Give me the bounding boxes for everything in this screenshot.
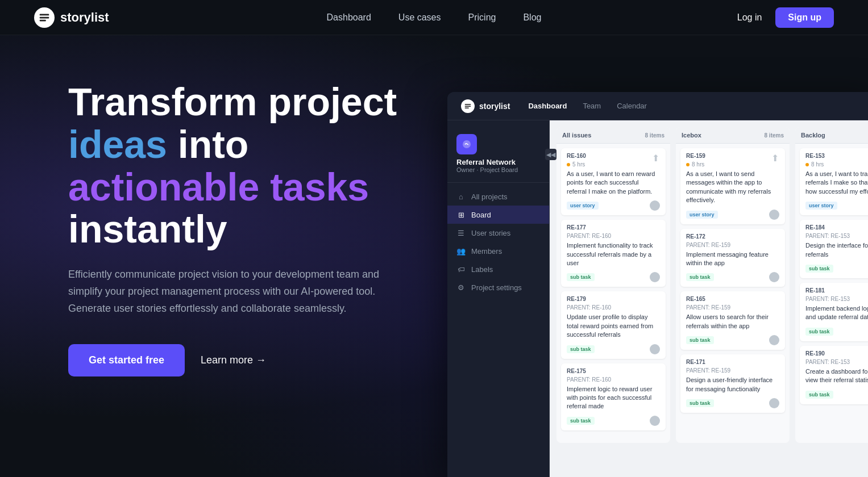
table-row: RE-190 PARENT: RE-153 Create a dashboard… (800, 346, 868, 404)
learn-more-button[interactable]: Learn more → (201, 354, 266, 366)
svg-rect-5 (465, 107, 469, 108)
app-sidebar: Referral Network Owner · Project Board ◀… (447, 120, 550, 477)
sidebar-collapse-button[interactable]: ◀◀ (545, 149, 556, 160)
avatar (769, 210, 779, 220)
tag-icon: 🏷 (456, 265, 466, 274)
login-button[interactable]: Log in (737, 12, 762, 23)
hero-title-into: into (178, 123, 249, 166)
sidebar-item-members[interactable]: 👥 Members (447, 242, 549, 260)
col-count-all-issues: 8 items (645, 132, 665, 139)
table-row: RE-175 PARENT: RE-160 Implement logic to… (561, 363, 666, 430)
app-nav-calendar[interactable]: Calendar (617, 102, 647, 110)
export-icon[interactable]: ⬆ (652, 153, 660, 161)
kanban-col-all-issues: All issues 8 items RE-160 ⬆ 5 hrs As a u… (556, 127, 670, 443)
project-type: Owner · Project Board (456, 166, 540, 173)
logo-icon (34, 7, 55, 28)
avatar (769, 398, 779, 408)
sidebar-item-project-settings[interactable]: ⚙ Project settings (447, 278, 549, 296)
table-row: RE-184 PARENT: RE-153 Design the interfa… (800, 220, 868, 278)
table-row: RE-179 PARENT: RE-160 Update user profil… (561, 291, 666, 358)
members-icon: 👥 (456, 246, 466, 256)
hero-actions: Get started free Learn more → (68, 344, 409, 376)
table-row: RE-177 PARENT: RE-160 Implement function… (561, 220, 666, 287)
app-logo: storylist (461, 99, 510, 113)
avatar (650, 200, 660, 211)
col-title-all-issues: All issues (562, 132, 591, 139)
export-icon[interactable]: ⬆ (771, 153, 779, 161)
main-content: Transform project ideas into actionable … (0, 35, 868, 477)
nav-actions: Log in Sign up (737, 7, 834, 28)
sidebar-item-all-projects[interactable]: ⌂ All projects (447, 187, 549, 206)
svg-rect-0 (40, 14, 49, 15)
home-icon: ⌂ (456, 192, 466, 201)
avatar (650, 344, 660, 354)
nav-links: Dashboard Use cases Pricing Blog (327, 12, 542, 23)
list-icon: ☰ (456, 228, 466, 237)
project-icon (456, 134, 477, 154)
app-nav-team[interactable]: Team (583, 102, 601, 110)
avatar (650, 272, 660, 282)
brand-name: storylist (60, 10, 109, 25)
svg-rect-3 (465, 103, 471, 104)
app-logo-icon (461, 99, 475, 113)
kanban-col-backlog: Backlog 8 items RE-153 ⬆ 8 hrs As a user… (795, 127, 868, 443)
table-row: RE-165 PARENT: RE-159 Allow users to sea… (680, 291, 785, 350)
svg-rect-4 (465, 106, 471, 107)
col-title-icebox: Icebox (682, 132, 701, 139)
get-started-button[interactable]: Get started free (68, 344, 185, 376)
kanban-board: All issues 8 items RE-160 ⬆ 5 hrs As a u… (550, 120, 868, 450)
table-row: RE-160 ⬆ 5 hrs As a user, I want to earn… (561, 148, 666, 215)
app-preview-panel: storylist Dashboard Team Calendar (447, 92, 868, 477)
signup-button[interactable]: Sign up (775, 7, 834, 28)
table-row: RE-159 ⬆ 8 hrs As a user, I want to send… (680, 148, 785, 224)
table-row: RE-172 PARENT: RE-159 Implement messagin… (680, 229, 785, 287)
nav-pricing[interactable]: Pricing (468, 12, 496, 23)
table-row: RE-181 PARENT: RE-153 Implement backend … (800, 283, 868, 341)
hero-title-line1: Transform project (68, 80, 397, 123)
hero-section: Transform project ideas into actionable … (0, 35, 443, 477)
app-body: Referral Network Owner · Project Board ◀… (447, 120, 868, 477)
avatar (769, 272, 779, 282)
sidebar-item-board[interactable]: ⊞ Board (447, 206, 549, 224)
svg-point-6 (463, 140, 471, 148)
project-header: Referral Network Owner · Project Board (447, 129, 549, 183)
project-name: Referral Network (456, 158, 540, 166)
svg-rect-2 (40, 19, 46, 21)
col-header-backlog: Backlog 8 items (795, 127, 868, 144)
settings-icon: ⚙ (456, 283, 466, 292)
hero-title-purple: actionable tasks (68, 165, 369, 208)
sidebar-item-labels[interactable]: 🏷 Labels (447, 260, 549, 278)
hero-title-instantly: instantly (68, 207, 227, 250)
table-row: RE-171 PARENT: RE-159 Design a user-frie… (680, 354, 785, 413)
kanban-col-icebox: Icebox 8 items RE-159 ⬆ 8 hrs As a user,… (676, 127, 790, 443)
col-header-all-issues: All issues 8 items (556, 127, 670, 144)
nav-blog[interactable]: Blog (523, 12, 541, 23)
nav-features[interactable]: Dashboard (327, 12, 371, 23)
app-topbar: storylist Dashboard Team Calendar (447, 92, 868, 120)
avatar (650, 416, 660, 426)
table-row: RE-153 ⬆ 8 hrs As a user, I want to trac… (800, 148, 868, 215)
hero-subtitle: Efficiently communicate project vision t… (68, 266, 387, 317)
app-brand-name: storylist (479, 102, 510, 111)
col-cards-backlog: RE-153 ⬆ 8 hrs As a user, I want to trac… (795, 144, 868, 440)
svg-rect-1 (40, 16, 49, 18)
col-cards-icebox: RE-159 ⬆ 8 hrs As a user, I want to send… (676, 144, 790, 440)
nav-use-cases[interactable]: Use cases (398, 12, 441, 23)
brand-logo: storylist (34, 7, 109, 28)
col-count-icebox: 8 items (765, 132, 784, 139)
hero-title-blue: ideas (68, 123, 167, 166)
avatar (769, 335, 779, 345)
hero-title: Transform project ideas into actionable … (68, 81, 409, 250)
app-nav-items: Dashboard Team Calendar (528, 102, 646, 110)
navbar: storylist Dashboard Use cases Pricing Bl… (0, 0, 868, 35)
app-nav-dashboard[interactable]: Dashboard (528, 102, 567, 110)
kanban-area: All issues 8 items RE-160 ⬆ 5 hrs As a u… (550, 120, 868, 477)
col-cards-all-issues: RE-160 ⬆ 5 hrs As a user, I want to earn… (556, 144, 670, 440)
col-header-icebox: Icebox 8 items (676, 127, 790, 144)
col-title-backlog: Backlog (801, 132, 825, 139)
sidebar-item-user-stories[interactable]: ☰ User stories (447, 224, 549, 242)
board-icon: ⊞ (456, 210, 466, 219)
